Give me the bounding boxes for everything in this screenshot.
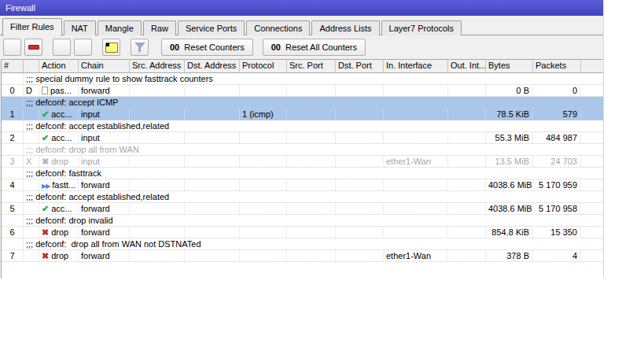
table-row[interactable]: 0Dpas...forward0 B0 — [2, 85, 603, 97]
in-interface-cell — [384, 132, 448, 143]
drop-icon: ✖ — [42, 227, 49, 237]
action-cell: ✔acc... — [39, 203, 79, 214]
packets-cell: 4 — [533, 250, 581, 261]
bytes-cell: 4038.6 MiB — [486, 179, 533, 190]
table-row[interactable]: 6✖dropforward854.8 KiB15 350 — [2, 227, 603, 238]
table-row[interactable]: 3X✖dropinputether1-Wan13.5 MiB24 703 — [2, 156, 603, 168]
tab-layer7-protocols[interactable]: Layer7 Protocols — [381, 20, 462, 35]
bytes-cell: 13.5 MiB — [486, 156, 533, 167]
column-header-action[interactable]: Action — [39, 60, 79, 72]
column-header-chain[interactable]: Chain — [79, 60, 130, 72]
tab-raw[interactable]: Raw — [143, 20, 176, 35]
table-row[interactable]: 4▶▶fastt...forward4038.6 MiB5 170 959 — [2, 179, 603, 191]
comment-text: ;;; defconf: accept established,related — [24, 120, 603, 131]
filler-cell — [581, 156, 602, 167]
comment-row[interactable]: ;;; defconf: accept ICMP — [2, 97, 603, 109]
comment-row[interactable]: ;;; defconf: drop invalid — [2, 215, 603, 227]
column-header-dst-port[interactable]: Dst. Port — [336, 60, 384, 72]
tab-connections[interactable]: Connections — [246, 20, 310, 35]
tab-address-lists[interactable]: Address Lists — [311, 20, 379, 35]
reset-counters-button-label: Reset Counters — [184, 42, 244, 52]
table-row[interactable]: 2✔acc...input55.3 MiB484 987 — [2, 132, 603, 144]
comment-row[interactable]: ;;; defconf: accept established,related — [2, 120, 603, 132]
bytes-cell: 854.8 KiB — [486, 227, 533, 238]
accept-icon: ✔ — [42, 133, 49, 142]
in-interface-cell — [384, 227, 448, 238]
src-port-cell — [287, 227, 336, 238]
flag-cell — [24, 227, 39, 238]
bytes-cell: 0 B — [486, 85, 533, 96]
chain-cell: forward — [79, 203, 130, 214]
action-cell: ✔acc... — [39, 109, 79, 120]
src-address-cell — [130, 156, 185, 167]
column-header-bytes[interactable]: Bytes — [486, 60, 533, 72]
firewall-rules-table: #ActionChainSrc. AddressDst. AddressProt… — [1, 59, 603, 279]
rule-number-cell — [2, 191, 24, 202]
action-cell: ✔acc... — [39, 132, 79, 143]
comment-row[interactable]: ;;; defconf: accept established,related — [2, 191, 603, 203]
comment-text: ;;; special dummy rule to show fasttrack… — [24, 73, 603, 84]
note-icon — [105, 42, 118, 53]
table-row[interactable]: 1✔acc...input1 (icmp)78.5 KiB579 — [2, 109, 603, 120]
comment-row[interactable]: ;;; special dummy rule to show fasttrack… — [2, 73, 603, 85]
filter-button[interactable] — [131, 39, 149, 56]
comment-row[interactable]: ;;; defconf: drop all from WAN not DSTNA… — [2, 238, 603, 250]
flag-cell: D — [24, 85, 39, 96]
src-port-cell — [287, 85, 336, 96]
src-port-cell — [287, 203, 336, 214]
minus-icon — [28, 45, 39, 50]
reset-counters-button[interactable]: 00Reset Counters — [161, 39, 253, 56]
tab-service-ports[interactable]: Service Ports — [178, 20, 245, 35]
packets-cell: 15 350 — [533, 227, 581, 238]
column-header-blank-13[interactable] — [581, 60, 602, 72]
comment-row[interactable]: ;;; defconf: drop all from WAN — [2, 144, 603, 156]
in-interface-cell — [384, 85, 448, 96]
action-label: acc... — [51, 109, 72, 119]
packets-cell: 0 — [533, 85, 581, 96]
tab-filter-rules[interactable]: Filter Rules — [2, 18, 62, 36]
column-header-src-address[interactable]: Src. Address — [130, 60, 185, 72]
rule-number-cell: 6 — [2, 227, 24, 238]
rule-number-cell — [2, 73, 24, 84]
protocol-cell — [240, 85, 287, 96]
dst-address-cell — [185, 85, 240, 96]
chain-cell: forward — [79, 250, 130, 261]
table-row[interactable]: 5✔acc...forward4038.6 MiB5 170 958 — [2, 203, 603, 215]
fasttrack-icon: ▶▶ — [42, 183, 50, 190]
column-header-out-int[interactable]: Out. Int... — [448, 60, 486, 72]
table-row[interactable]: 7✖dropforwardether1-Wan378 B4 — [2, 250, 603, 262]
disable-button[interactable] — [74, 39, 92, 56]
comment-button[interactable] — [102, 39, 120, 56]
accept-icon: ✔ — [42, 109, 49, 119]
dst-port-cell — [336, 109, 384, 120]
tab-mangle[interactable]: Mangle — [98, 20, 142, 35]
enable-button[interactable] — [53, 39, 71, 56]
column-header-protocol[interactable]: Protocol — [240, 60, 287, 72]
protocol-cell — [240, 227, 287, 238]
reset-all-counters-button[interactable]: 00Reset All Counters — [263, 39, 366, 56]
packets-cell: 24 703 — [533, 156, 581, 167]
comment-row[interactable]: ;;; defconf: fasttrack — [2, 168, 603, 179]
rule-number-cell: 1 — [2, 109, 24, 120]
protocol-cell — [240, 156, 287, 167]
column-header-in-interface[interactable]: In. Interface — [384, 60, 448, 72]
remove-button[interactable] — [24, 39, 42, 56]
column-header-dst-address[interactable]: Dst. Address — [185, 60, 240, 72]
dst-port-cell — [336, 85, 384, 96]
filler-cell — [581, 203, 602, 214]
src-address-cell — [130, 203, 185, 214]
column-header-blank-1[interactable] — [24, 60, 39, 72]
column-header-src-port[interactable]: Src. Port — [287, 60, 336, 72]
column-header-[interactable]: # — [2, 60, 24, 72]
packets-cell: 579 — [533, 109, 581, 120]
rule-number-cell — [2, 144, 24, 155]
src-address-cell — [130, 109, 185, 120]
src-address-cell — [130, 250, 185, 261]
action-label: acc... — [51, 133, 72, 142]
drop-icon: ✖ — [42, 251, 49, 260]
tab-nat[interactable]: NAT — [64, 20, 96, 35]
action-label: drop — [51, 251, 68, 260]
column-header-packets[interactable]: Packets — [533, 60, 581, 72]
bytes-cell: 4038.6 MiB — [486, 203, 533, 214]
add-button[interactable] — [3, 39, 21, 56]
